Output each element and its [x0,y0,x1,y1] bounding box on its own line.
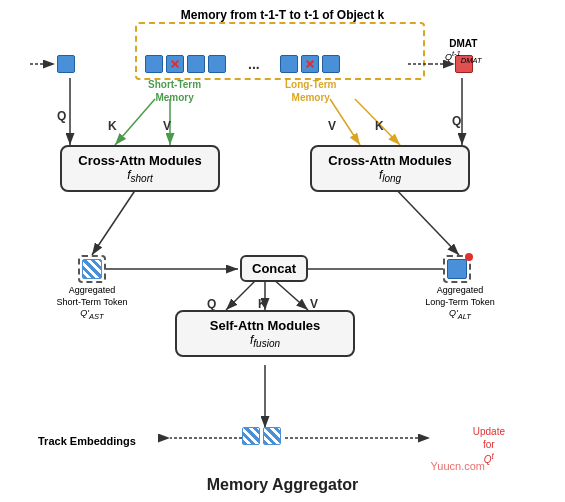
dots-separator: ... [245,55,263,73]
svg-line-14 [330,99,360,145]
cross-attn-short-module: Cross-Attn Modules fshort [60,145,220,192]
agg-short-box [78,255,106,283]
svg-text:Q: Q [207,297,216,311]
diagram-container: Memory from t-1-T to t-1 of Object k [0,0,565,502]
svg-text:K: K [108,119,117,133]
svg-text:K: K [375,119,384,133]
cross-attn-short-sub: fshort [72,168,208,184]
svg-line-16 [355,99,400,145]
cross-attn-long-title: Cross-Attn Modules [322,153,458,168]
agg-long-box [443,255,471,283]
svg-text:Q: Q [452,114,461,128]
agg-short-label: AggregatedShort-Term TokenQ'AST [42,285,142,322]
current-object-token [57,55,75,77]
watermark: Yuucn.com [431,460,485,472]
svg-text:V: V [163,119,171,133]
svg-text:K: K [258,297,267,311]
long-term-tokens [280,55,340,73]
cross-attn-short-title: Cross-Attn Modules [72,153,208,168]
agg-long-label: AggregatedLong-Term TokenQ'ALT [415,285,505,322]
dmat-label: DMAT Qt-1DMAT [445,38,481,65]
agg-long-token [447,259,467,279]
svg-line-20 [92,183,140,255]
short-term-tokens [145,55,226,73]
track-embeddings-label: Track Embeddings [38,435,136,447]
svg-line-21 [390,183,459,255]
svg-line-10 [115,99,155,145]
svg-text:V: V [328,119,336,133]
bottom-title: Memory Aggregator [207,476,358,494]
top-title: Memory from t-1-T to t-1 of Object k [181,8,384,22]
self-attn-title: Self-Attn Modules [187,318,343,333]
agg-short-token [82,259,102,279]
output-tokens [242,427,281,445]
svg-line-29 [272,278,308,310]
self-attn-sub: ffusion [187,333,343,349]
short-term-label: Short-TermMemory [148,78,201,104]
svg-text:V: V [310,297,318,311]
svg-line-27 [226,278,258,310]
cross-attn-long-sub: flong [322,168,458,184]
svg-text:Q: Q [57,109,66,123]
concat-box: Concat [240,255,308,282]
cross-attn-long-module: Cross-Attn Modules flong [310,145,470,192]
long-term-label: Long-TermMemory [285,78,336,104]
red-dot [465,253,473,261]
self-attn-module: Self-Attn Modules ffusion [175,310,355,357]
